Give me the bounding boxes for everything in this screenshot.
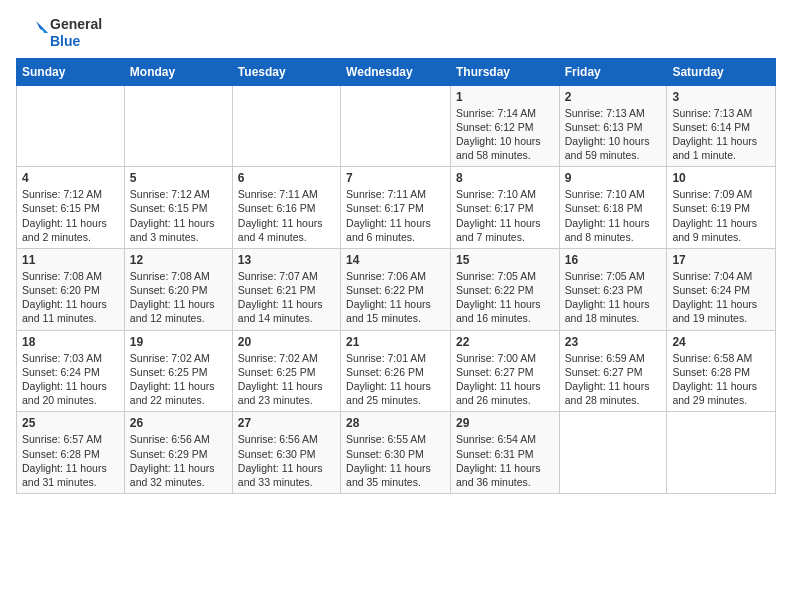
- day-info: Sunrise: 7:05 AM Sunset: 6:22 PM Dayligh…: [456, 269, 554, 326]
- day-info: Sunrise: 7:06 AM Sunset: 6:22 PM Dayligh…: [346, 269, 445, 326]
- calendar-cell: 14Sunrise: 7:06 AM Sunset: 6:22 PM Dayli…: [341, 248, 451, 330]
- day-number: 11: [22, 253, 119, 267]
- calendar-cell: 13Sunrise: 7:07 AM Sunset: 6:21 PM Dayli…: [232, 248, 340, 330]
- calendar-cell: 22Sunrise: 7:00 AM Sunset: 6:27 PM Dayli…: [450, 330, 559, 412]
- calendar-cell: 12Sunrise: 7:08 AM Sunset: 6:20 PM Dayli…: [124, 248, 232, 330]
- day-number: 19: [130, 335, 227, 349]
- calendar-cell: [232, 85, 340, 167]
- day-number: 3: [672, 90, 770, 104]
- col-header-wednesday: Wednesday: [341, 58, 451, 85]
- calendar-cell: 5Sunrise: 7:12 AM Sunset: 6:15 PM Daylig…: [124, 167, 232, 249]
- day-info: Sunrise: 7:09 AM Sunset: 6:19 PM Dayligh…: [672, 187, 770, 244]
- day-number: 16: [565, 253, 662, 267]
- day-info: Sunrise: 7:00 AM Sunset: 6:27 PM Dayligh…: [456, 351, 554, 408]
- calendar-cell: 2Sunrise: 7:13 AM Sunset: 6:13 PM Daylig…: [559, 85, 667, 167]
- calendar-cell: 17Sunrise: 7:04 AM Sunset: 6:24 PM Dayli…: [667, 248, 776, 330]
- day-number: 17: [672, 253, 770, 267]
- calendar-cell: 25Sunrise: 6:57 AM Sunset: 6:28 PM Dayli…: [17, 412, 125, 494]
- calendar-week-row: 1Sunrise: 7:14 AM Sunset: 6:12 PM Daylig…: [17, 85, 776, 167]
- col-header-friday: Friday: [559, 58, 667, 85]
- day-info: Sunrise: 7:02 AM Sunset: 6:25 PM Dayligh…: [130, 351, 227, 408]
- day-number: 24: [672, 335, 770, 349]
- calendar-cell: 11Sunrise: 7:08 AM Sunset: 6:20 PM Dayli…: [17, 248, 125, 330]
- day-info: Sunrise: 6:54 AM Sunset: 6:31 PM Dayligh…: [456, 432, 554, 489]
- day-number: 14: [346, 253, 445, 267]
- day-number: 7: [346, 171, 445, 185]
- day-info: Sunrise: 7:10 AM Sunset: 6:17 PM Dayligh…: [456, 187, 554, 244]
- col-header-sunday: Sunday: [17, 58, 125, 85]
- calendar-cell: 28Sunrise: 6:55 AM Sunset: 6:30 PM Dayli…: [341, 412, 451, 494]
- calendar-cell: 24Sunrise: 6:58 AM Sunset: 6:28 PM Dayli…: [667, 330, 776, 412]
- day-info: Sunrise: 7:05 AM Sunset: 6:23 PM Dayligh…: [565, 269, 662, 326]
- day-number: 29: [456, 416, 554, 430]
- day-info: Sunrise: 6:58 AM Sunset: 6:28 PM Dayligh…: [672, 351, 770, 408]
- day-info: Sunrise: 6:59 AM Sunset: 6:27 PM Dayligh…: [565, 351, 662, 408]
- calendar-cell: 21Sunrise: 7:01 AM Sunset: 6:26 PM Dayli…: [341, 330, 451, 412]
- calendar-cell: 4Sunrise: 7:12 AM Sunset: 6:15 PM Daylig…: [17, 167, 125, 249]
- day-info: Sunrise: 7:03 AM Sunset: 6:24 PM Dayligh…: [22, 351, 119, 408]
- header: General Blue: [16, 16, 776, 50]
- day-info: Sunrise: 6:56 AM Sunset: 6:30 PM Dayligh…: [238, 432, 335, 489]
- day-number: 18: [22, 335, 119, 349]
- calendar-cell: 7Sunrise: 7:11 AM Sunset: 6:17 PM Daylig…: [341, 167, 451, 249]
- day-info: Sunrise: 7:07 AM Sunset: 6:21 PM Dayligh…: [238, 269, 335, 326]
- calendar-cell: 3Sunrise: 7:13 AM Sunset: 6:14 PM Daylig…: [667, 85, 776, 167]
- calendar-week-row: 4Sunrise: 7:12 AM Sunset: 6:15 PM Daylig…: [17, 167, 776, 249]
- day-info: Sunrise: 7:14 AM Sunset: 6:12 PM Dayligh…: [456, 106, 554, 163]
- calendar-cell: [341, 85, 451, 167]
- day-number: 9: [565, 171, 662, 185]
- col-header-thursday: Thursday: [450, 58, 559, 85]
- calendar-cell: 27Sunrise: 6:56 AM Sunset: 6:30 PM Dayli…: [232, 412, 340, 494]
- calendar-cell: 15Sunrise: 7:05 AM Sunset: 6:22 PM Dayli…: [450, 248, 559, 330]
- day-number: 12: [130, 253, 227, 267]
- day-info: Sunrise: 7:01 AM Sunset: 6:26 PM Dayligh…: [346, 351, 445, 408]
- calendar-cell: 1Sunrise: 7:14 AM Sunset: 6:12 PM Daylig…: [450, 85, 559, 167]
- calendar-table: SundayMondayTuesdayWednesdayThursdayFrid…: [16, 58, 776, 494]
- calendar-cell: 18Sunrise: 7:03 AM Sunset: 6:24 PM Dayli…: [17, 330, 125, 412]
- calendar-cell: 9Sunrise: 7:10 AM Sunset: 6:18 PM Daylig…: [559, 167, 667, 249]
- day-info: Sunrise: 7:11 AM Sunset: 6:17 PM Dayligh…: [346, 187, 445, 244]
- day-number: 10: [672, 171, 770, 185]
- col-header-tuesday: Tuesday: [232, 58, 340, 85]
- day-number: 28: [346, 416, 445, 430]
- calendar-cell: 20Sunrise: 7:02 AM Sunset: 6:25 PM Dayli…: [232, 330, 340, 412]
- day-number: 6: [238, 171, 335, 185]
- day-info: Sunrise: 7:12 AM Sunset: 6:15 PM Dayligh…: [22, 187, 119, 244]
- day-number: 2: [565, 90, 662, 104]
- day-info: Sunrise: 7:13 AM Sunset: 6:13 PM Dayligh…: [565, 106, 662, 163]
- day-info: Sunrise: 7:11 AM Sunset: 6:16 PM Dayligh…: [238, 187, 335, 244]
- calendar-week-row: 11Sunrise: 7:08 AM Sunset: 6:20 PM Dayli…: [17, 248, 776, 330]
- calendar-header-row: SundayMondayTuesdayWednesdayThursdayFrid…: [17, 58, 776, 85]
- logo-bird-icon: [16, 17, 48, 49]
- day-info: Sunrise: 6:57 AM Sunset: 6:28 PM Dayligh…: [22, 432, 119, 489]
- calendar-week-row: 25Sunrise: 6:57 AM Sunset: 6:28 PM Dayli…: [17, 412, 776, 494]
- col-header-saturday: Saturday: [667, 58, 776, 85]
- day-info: Sunrise: 7:10 AM Sunset: 6:18 PM Dayligh…: [565, 187, 662, 244]
- day-number: 15: [456, 253, 554, 267]
- day-number: 26: [130, 416, 227, 430]
- day-number: 23: [565, 335, 662, 349]
- logo: General Blue: [16, 16, 102, 50]
- day-info: Sunrise: 7:12 AM Sunset: 6:15 PM Dayligh…: [130, 187, 227, 244]
- calendar-cell: [124, 85, 232, 167]
- calendar-cell: [17, 85, 125, 167]
- day-number: 4: [22, 171, 119, 185]
- calendar-cell: 23Sunrise: 6:59 AM Sunset: 6:27 PM Dayli…: [559, 330, 667, 412]
- day-number: 27: [238, 416, 335, 430]
- calendar-week-row: 18Sunrise: 7:03 AM Sunset: 6:24 PM Dayli…: [17, 330, 776, 412]
- logo-general-text: General: [50, 16, 102, 33]
- calendar-cell: 10Sunrise: 7:09 AM Sunset: 6:19 PM Dayli…: [667, 167, 776, 249]
- col-header-monday: Monday: [124, 58, 232, 85]
- calendar-cell: 16Sunrise: 7:05 AM Sunset: 6:23 PM Dayli…: [559, 248, 667, 330]
- day-number: 1: [456, 90, 554, 104]
- calendar-cell: 6Sunrise: 7:11 AM Sunset: 6:16 PM Daylig…: [232, 167, 340, 249]
- day-info: Sunrise: 6:55 AM Sunset: 6:30 PM Dayligh…: [346, 432, 445, 489]
- logo-blue-text: Blue: [50, 33, 102, 50]
- calendar-cell: [667, 412, 776, 494]
- calendar-cell: 26Sunrise: 6:56 AM Sunset: 6:29 PM Dayli…: [124, 412, 232, 494]
- day-number: 5: [130, 171, 227, 185]
- calendar-cell: 19Sunrise: 7:02 AM Sunset: 6:25 PM Dayli…: [124, 330, 232, 412]
- calendar-cell: 29Sunrise: 6:54 AM Sunset: 6:31 PM Dayli…: [450, 412, 559, 494]
- calendar-cell: [559, 412, 667, 494]
- day-number: 21: [346, 335, 445, 349]
